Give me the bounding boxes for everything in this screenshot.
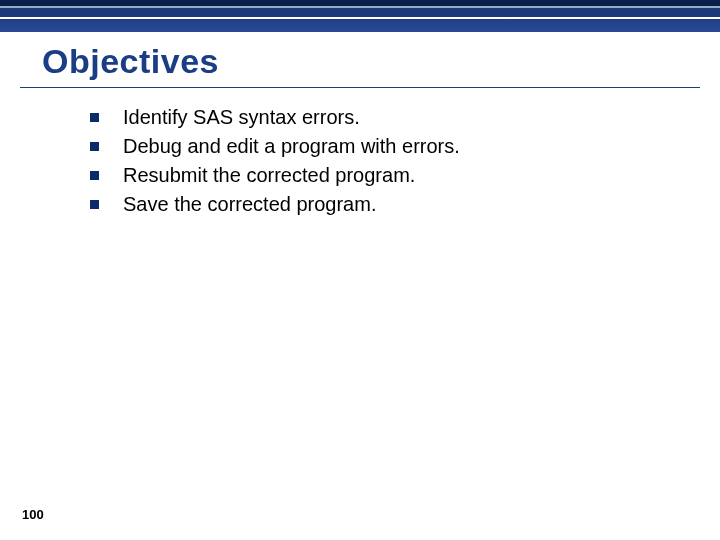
square-bullet-icon	[90, 200, 99, 209]
square-bullet-icon	[90, 171, 99, 180]
square-bullet-icon	[90, 113, 99, 122]
bullet-text: Debug and edit a program with errors.	[123, 135, 460, 158]
bullet-text: Identify SAS syntax errors.	[123, 106, 360, 129]
list-item: Identify SAS syntax errors.	[90, 106, 720, 129]
list-item: Debug and edit a program with errors.	[90, 135, 720, 158]
title-underline	[20, 87, 700, 88]
list-item: Save the corrected program.	[90, 193, 720, 216]
page-number: 100	[22, 507, 44, 522]
bullet-text: Resubmit the corrected program.	[123, 164, 415, 187]
bullet-list: Identify SAS syntax errors. Debug and ed…	[90, 106, 720, 216]
square-bullet-icon	[90, 142, 99, 151]
bullet-text: Save the corrected program.	[123, 193, 376, 216]
slide-title: Objectives	[42, 42, 720, 81]
header-banner	[0, 0, 720, 32]
list-item: Resubmit the corrected program.	[90, 164, 720, 187]
